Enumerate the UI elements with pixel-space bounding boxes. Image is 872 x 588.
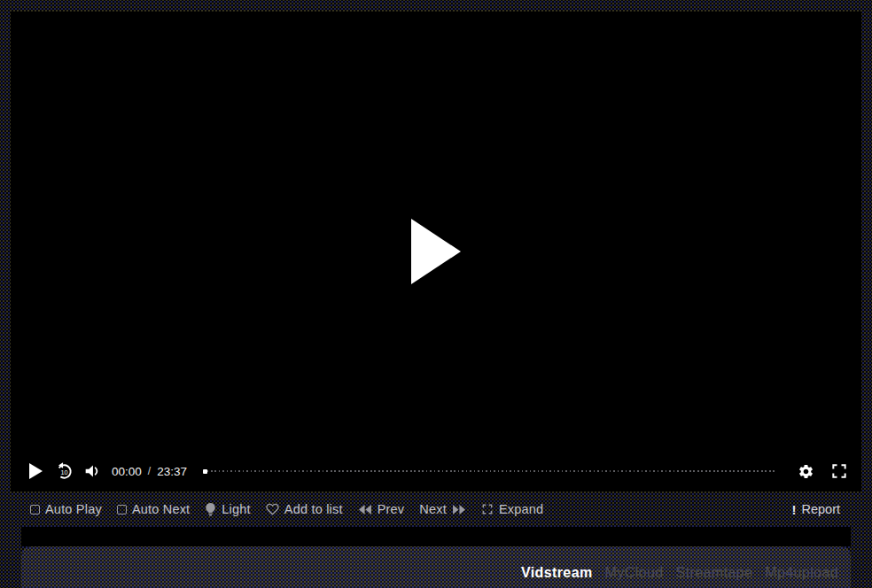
toolbar-item-next[interactable]: Next	[419, 502, 466, 516]
report-button[interactable]: ! Report	[791, 502, 840, 517]
light-label: Light	[222, 502, 250, 516]
exclamation-icon: !	[791, 502, 796, 517]
toolbar-item-add-to-list[interactable]: Add to list	[266, 502, 343, 516]
player-control-bar: 10 00:00 / 23:37	[11, 451, 861, 491]
heart-icon	[266, 503, 279, 515]
seek-playhead[interactable]	[203, 469, 207, 474]
big-play-button[interactable]	[411, 219, 461, 284]
gear-icon	[798, 463, 814, 480]
add-to-list-label: Add to list	[284, 502, 343, 516]
toolbar-item-light[interactable]: Light	[205, 502, 250, 516]
server-tab-vidstream[interactable]: Vidstream	[521, 565, 593, 581]
rewind-10-button[interactable]: 10	[50, 457, 78, 485]
double-arrow-left-icon	[358, 504, 372, 515]
checkbox-icon	[117, 505, 127, 514]
expand-icon	[481, 503, 494, 515]
report-label: Report	[801, 502, 840, 516]
fullscreen-button[interactable]	[828, 457, 851, 485]
server-panel: Vidstream MyCloud Streamtape Mp4upload	[21, 546, 851, 588]
video-player: 10 00:00 / 23:37	[11, 12, 861, 491]
seek-track	[203, 470, 775, 472]
page: 10 00:00 / 23:37	[0, 0, 872, 588]
duration: 23:37	[157, 465, 187, 478]
settings-button[interactable]	[794, 457, 817, 485]
server-tab-streamtape[interactable]: Streamtape	[676, 565, 753, 581]
volume-icon	[82, 461, 102, 481]
prev-label: Prev	[378, 502, 405, 516]
player-bottom-band	[21, 527, 851, 546]
svg-text:10: 10	[60, 468, 67, 476]
volume-button[interactable]	[78, 457, 106, 485]
rewind-10-icon: 10	[54, 461, 74, 482]
play-button[interactable]	[21, 457, 50, 485]
toolbar-item-expand[interactable]: Expand	[481, 502, 543, 516]
server-tab-mp4upload[interactable]: Mp4upload	[765, 565, 838, 581]
expand-label: Expand	[499, 502, 543, 516]
lightbulb-icon	[205, 503, 216, 516]
fullscreen-icon	[830, 462, 848, 480]
server-tab-mycloud[interactable]: MyCloud	[605, 565, 664, 581]
player-toolbar: Auto Play Auto Next Light Add to l	[21, 491, 851, 527]
seek-bar[interactable]	[203, 467, 775, 476]
time-display: 00:00 / 23:37	[112, 465, 187, 478]
toolbar-item-auto-next[interactable]: Auto Next	[117, 502, 190, 516]
auto-next-label: Auto Next	[132, 502, 190, 516]
time-separator: /	[148, 465, 151, 477]
current-time: 00:00	[112, 465, 142, 478]
auto-play-label: Auto Play	[45, 502, 102, 516]
double-arrow-right-icon	[452, 504, 466, 515]
checkbox-icon	[30, 505, 40, 514]
play-icon	[29, 463, 43, 479]
toolbar-item-auto-play[interactable]: Auto Play	[30, 502, 102, 516]
toolbar-item-prev[interactable]: Prev	[358, 502, 405, 516]
next-label: Next	[419, 502, 447, 516]
